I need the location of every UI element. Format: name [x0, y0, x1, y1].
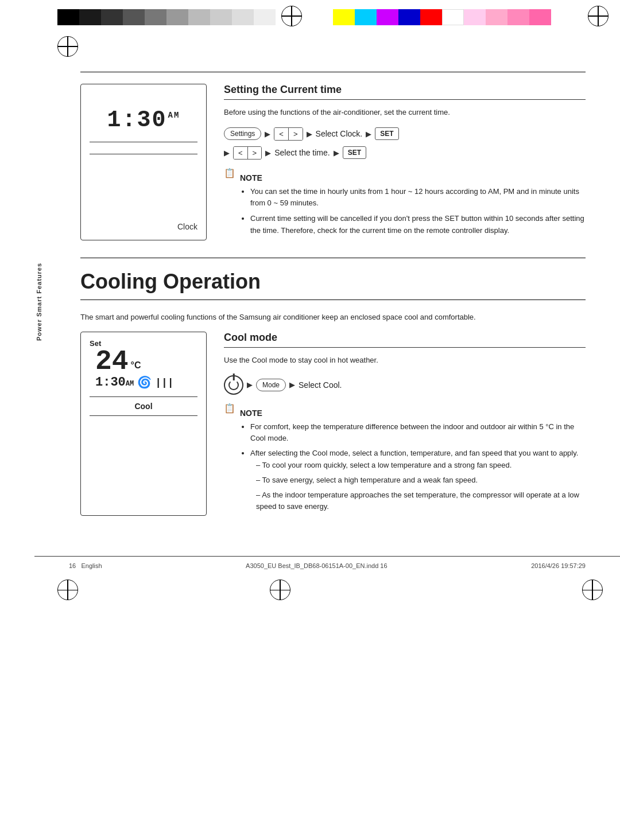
cool-note-sub-3: As the indoor temperature approaches the… [256, 489, 586, 514]
cool-note-sub-list: To cool your room quickly, select a low … [250, 460, 586, 513]
remote-temp-unit: °C [131, 360, 141, 371]
cool-note-icon: 📋 [224, 403, 235, 414]
arrow-2: ▶ [307, 130, 312, 138]
fan-bars: ||| [155, 377, 173, 388]
remote-display-line [90, 142, 197, 142]
reg-mark-bottom-left [57, 580, 78, 600]
reg-mark-right [588, 6, 609, 26]
select-cool-text: Select Cool. [299, 380, 342, 390]
section-divider-cooling2 [80, 300, 586, 300]
cool-step-row: ▶ Mode ▶ Select Cool. [224, 375, 586, 395]
mode-button[interactable]: Mode [256, 379, 286, 391]
nav-btn-group-2: < > [233, 146, 262, 160]
footer-file-info: A3050_EU Best_IB_DB68-06151A-00_EN.indd … [246, 562, 387, 569]
remote-cool-time-row: 1:30AM 🌀 ||| [95, 375, 174, 390]
setting-note-title: NOTE [240, 173, 586, 182]
remote-temp-value: 24 [95, 348, 129, 375]
cooling-intro: The smart and powerful cooling functions… [80, 312, 586, 323]
step2-row: ▶ < > ▶ Select the time. ▶ SET [224, 146, 586, 160]
sidebar-label: Power Smart Features [36, 263, 42, 341]
step1-row: Settings ▶ < > ▶ Select Clock. ▶ SET [224, 127, 586, 141]
color-bar-top [40, 0, 620, 32]
fan-icon: 🌀 [137, 375, 152, 390]
settings-button[interactable]: Settings [224, 127, 261, 140]
cool-note-title: NOTE [240, 409, 586, 418]
set-button-2[interactable]: SET [343, 146, 366, 159]
setting-note-item-2: Current time setting will be cancelled i… [250, 213, 586, 237]
arrow-5: ▶ [265, 149, 271, 157]
cool-note-sub-2: To save energy, select a high temperatur… [256, 475, 586, 487]
setting-note-list: You can set the time in hourly units fro… [240, 186, 586, 237]
select-time-text: Select the time. [274, 148, 330, 157]
reg-mark-top-left [57, 36, 78, 57]
remote-display-clock: 1:30 AM Clock [80, 84, 207, 240]
cool-mode-title: Cool mode [224, 332, 586, 348]
setting-instructions: Setting the Current time Before using th… [224, 84, 586, 240]
section-divider-top [80, 72, 586, 72]
section-divider-cooling [80, 258, 586, 258]
right-arrow-btn-1[interactable]: > [289, 128, 303, 140]
setting-intro: Before using the functions of the air-co… [224, 107, 586, 118]
setting-title: Setting the Current time [224, 84, 586, 100]
cool-mode-section: Set 24 °C 1:30AM 🌀 ||| Cool [80, 332, 586, 516]
remote-clock-label: Clock [177, 222, 197, 231]
remote-cool-time: 1:30AM [95, 375, 134, 390]
remote-time-display: 1:30 AM [107, 107, 180, 133]
nav-btn-group-1: < > [274, 127, 303, 141]
cool-note-list: For comfort, keep the temperature differ… [240, 421, 586, 514]
remote-time-ampm: AM [168, 111, 180, 120]
set-button-1[interactable]: SET [375, 127, 398, 140]
cool-mode-instructions: Cool mode Use the Cool mode to stay cool… [224, 332, 586, 516]
note-icon: 📋 [224, 168, 235, 178]
cool-note-item-2: After selecting the Cool mode, select a … [250, 448, 586, 513]
reg-mark-bottom-right [582, 580, 603, 600]
cool-note-block: NOTE For comfort, keep the temperature d… [240, 409, 586, 516]
arrow-6: ▶ [334, 149, 339, 157]
arrow-4: ▶ [224, 149, 230, 157]
left-arrow-btn-2[interactable]: < [234, 147, 248, 159]
setting-note-block: NOTE You can set the time in hourly unit… [240, 173, 586, 240]
footer: 16 English A3050_EU Best_IB_DB68-06151A-… [34, 556, 620, 575]
remote-display-cool: Set 24 °C 1:30AM 🌀 ||| Cool [80, 332, 207, 516]
cooling-heading-section: Cooling Operation [80, 270, 586, 294]
main-content: 1:30 AM Clock Setting the Current time B… [34, 60, 620, 545]
footer-date: 2016/4/26 19:57:29 [531, 562, 586, 569]
remote-temp-row: 24 °C [95, 348, 141, 375]
arrow-1: ▶ [265, 130, 270, 138]
arrow-cool-1: ▶ [247, 380, 253, 389]
setting-time-section: 1:30 AM Clock Setting the Current time B… [80, 84, 586, 240]
footer-page: 16 English [69, 562, 102, 569]
page-lang: English [81, 562, 102, 569]
right-arrow-btn-2[interactable]: > [248, 147, 262, 159]
reg-mark-center-left [281, 6, 302, 26]
arrow-cool-2: ▶ [289, 380, 295, 389]
cooling-heading: Cooling Operation [80, 270, 586, 294]
left-arrow-btn-1[interactable]: < [274, 128, 289, 140]
reg-mark-bottom-center [270, 580, 290, 600]
remote-cool-label: Cool [134, 402, 152, 411]
select-clock-text: Select Clock. [316, 129, 363, 138]
setting-note-section: 📋 NOTE You can set the time in hourly un… [224, 168, 586, 240]
cool-note-item-1: For comfort, keep the temperature differ… [250, 421, 586, 445]
cool-mode-intro: Use the Cool mode to stay cool in hot we… [224, 355, 586, 366]
cool-note-section: 📋 NOTE For comfort, keep the temperature… [224, 403, 586, 516]
power-button-icon[interactable] [224, 375, 243, 395]
setting-note-item-1: You can set the time in hourly units fro… [250, 186, 586, 210]
remote-time-value: 1:30 [107, 107, 167, 133]
cool-note-sub-1: To cool your room quickly, select a low … [256, 460, 586, 472]
page-number: 16 [69, 562, 76, 569]
arrow-3: ▶ [366, 130, 371, 138]
